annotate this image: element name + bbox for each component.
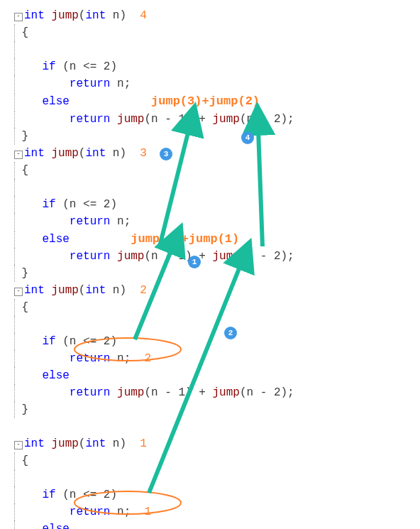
- return-value-1: 1: [144, 506, 151, 518]
- blank-line: [14, 41, 294, 58]
- call-value-3: 3: [140, 147, 147, 160]
- return-n: return n;: [14, 75, 294, 92]
- return-recurse: return jump(n - 1) + jump(n - 2);: [14, 248, 294, 265]
- return-n-highlighted: return n; 1: [14, 503, 294, 520]
- return-recurse: return jump(n - 1) + jump(n - 2);: [14, 384, 294, 401]
- brace-open: {: [14, 299, 294, 316]
- call-value-1: 1: [140, 437, 147, 450]
- brace-open: {: [14, 162, 294, 179]
- marker-4: 4: [241, 131, 254, 144]
- fold-icon[interactable]: -: [14, 13, 23, 21]
- return-value-2: 2: [144, 352, 151, 365]
- else-line: else jump(2)+jump(1): [14, 230, 294, 249]
- marker-1: 1: [188, 256, 201, 268]
- return-n-highlighted: return n; 2: [14, 350, 294, 367]
- fold-icon[interactable]: -: [14, 441, 23, 449]
- blank-line: [14, 316, 294, 333]
- else-line: else jump(3)+jump(2): [14, 92, 294, 111]
- return-n: return n;: [14, 213, 294, 230]
- else-line: else: [14, 367, 294, 384]
- fn-signature-4: -int jump(int n) 4: [14, 7, 294, 24]
- call-value-2: 2: [140, 284, 147, 297]
- fn-signature-2: -int jump(int n) 2: [14, 282, 294, 299]
- code-area: -int jump(int n) 4 { if (n <= 2) return …: [14, 7, 294, 529]
- fn-signature-1: -int jump(int n) 1: [14, 435, 294, 452]
- marker-2: 2: [224, 327, 237, 339]
- expansion-label-4: jump(3)+jump(2): [151, 94, 260, 108]
- if-line: if (n <= 2): [14, 58, 294, 75]
- brace-close: }: [14, 401, 294, 418]
- brace-open: {: [14, 24, 294, 41]
- blank-line: [14, 418, 294, 435]
- diagram-container: -int jump(int n) 4 { if (n <= 2) return …: [0, 0, 420, 529]
- fold-icon[interactable]: -: [14, 151, 23, 159]
- brace-open: {: [14, 452, 294, 469]
- blank-line: [14, 179, 294, 196]
- else-line: else: [14, 520, 294, 529]
- fn-signature-3: -int jump(int n) 3: [14, 145, 294, 162]
- expansion-label-3: jump(2)+jump(1): [131, 232, 239, 246]
- blank-line: [14, 469, 294, 486]
- return-recurse: return jump(n - 1) + jump(n - 2);: [14, 111, 294, 128]
- marker-3: 3: [160, 148, 172, 160]
- if-line: if (n <= 2): [14, 196, 294, 213]
- brace-close: }: [14, 265, 294, 282]
- if-line: if (n <= 2): [14, 333, 294, 350]
- call-value-4: 4: [140, 9, 147, 22]
- if-line: if (n <= 2): [14, 486, 294, 503]
- fold-icon[interactable]: -: [14, 288, 23, 296]
